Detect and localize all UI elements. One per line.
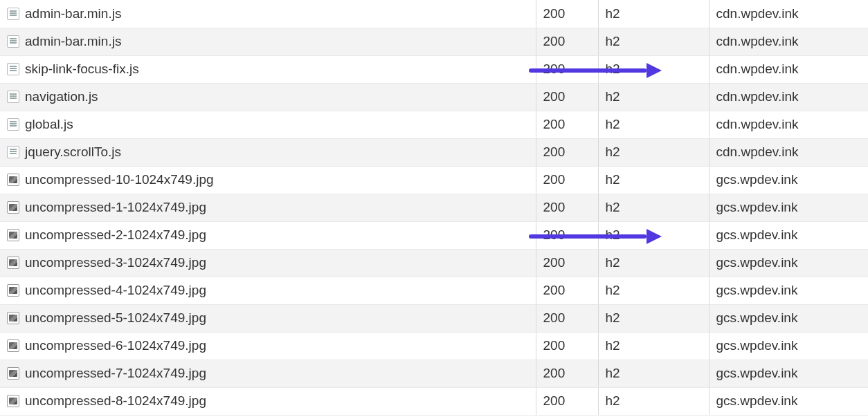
cell-domain: gcs.wpdev.ink <box>709 332 868 360</box>
file-name: uncompressed-1-1024x749.jpg <box>25 200 206 215</box>
cell-status: 200 <box>536 194 598 221</box>
cell-protocol: h2 <box>598 0 709 28</box>
table-row[interactable]: uncompressed-8-1024x749.jpg200h2gcs.wpde… <box>0 387 868 415</box>
cell-protocol: h2 <box>598 166 709 194</box>
cell-domain: cdn.wpdev.ink <box>709 55 868 83</box>
cell-name[interactable]: jquery.scrollTo.js <box>0 138 536 166</box>
cell-protocol: h2 <box>598 360 709 387</box>
cell-domain: gcs.wpdev.ink <box>709 166 868 194</box>
cell-status: 200 <box>536 83 598 111</box>
cell-name[interactable]: navigation.js <box>0 83 536 111</box>
table-row[interactable]: navigation.js200h2cdn.wpdev.ink <box>0 83 868 111</box>
cell-domain: gcs.wpdev.ink <box>709 304 868 332</box>
cell-protocol: h2 <box>598 138 709 166</box>
image-file-icon <box>7 174 19 186</box>
cell-domain: gcs.wpdev.ink <box>709 221 868 249</box>
cell-name[interactable]: uncompressed-1-1024x749.jpg <box>0 194 536 221</box>
cell-domain: gcs.wpdev.ink <box>709 249 868 277</box>
image-file-icon <box>7 395 19 407</box>
cell-protocol: h2 <box>598 277 709 304</box>
cell-domain: cdn.wpdev.ink <box>709 111 868 138</box>
cell-protocol: h2 <box>598 55 709 83</box>
cell-protocol: h2 <box>598 28 709 55</box>
cell-status: 200 <box>536 55 598 83</box>
cell-domain: cdn.wpdev.ink <box>709 138 868 166</box>
table-row[interactable]: uncompressed-2-1024x749.jpg200h2gcs.wpde… <box>0 221 868 249</box>
file-name: skip-link-focus-fix.js <box>25 62 139 77</box>
file-name: navigation.js <box>25 89 98 104</box>
cell-name[interactable]: uncompressed-5-1024x749.jpg <box>0 304 536 332</box>
cell-name[interactable]: uncompressed-7-1024x749.jpg <box>0 360 536 387</box>
cell-status: 200 <box>536 249 598 277</box>
table-row[interactable]: admin-bar.min.js200h2cdn.wpdev.ink <box>0 0 868 28</box>
cell-protocol: h2 <box>598 221 709 249</box>
script-file-icon <box>7 146 19 158</box>
cell-domain: gcs.wpdev.ink <box>709 360 868 387</box>
cell-domain: cdn.wpdev.ink <box>709 0 868 28</box>
script-file-icon <box>7 63 19 75</box>
file-name: uncompressed-10-1024x749.jpg <box>25 172 214 187</box>
cell-protocol: h2 <box>598 304 709 332</box>
file-name: jquery.scrollTo.js <box>25 145 121 160</box>
cell-domain: cdn.wpdev.ink <box>709 28 868 55</box>
cell-domain: cdn.wpdev.ink <box>709 83 868 111</box>
cell-protocol: h2 <box>598 111 709 138</box>
image-file-icon <box>7 367 19 380</box>
table-row[interactable]: admin-bar.min.js200h2cdn.wpdev.ink <box>0 28 868 55</box>
table-row[interactable]: uncompressed-7-1024x749.jpg200h2gcs.wpde… <box>0 360 868 387</box>
cell-status: 200 <box>536 332 598 360</box>
cell-name[interactable]: uncompressed-3-1024x749.jpg <box>0 249 536 277</box>
image-file-icon <box>7 339 19 352</box>
file-name: global.js <box>25 117 73 132</box>
cell-status: 200 <box>536 111 598 138</box>
table-row[interactable]: global.js200h2cdn.wpdev.ink <box>0 111 868 138</box>
cell-domain: gcs.wpdev.ink <box>709 387 868 415</box>
file-name: uncompressed-8-1024x749.jpg <box>25 393 206 409</box>
file-name: admin-bar.min.js <box>25 34 121 49</box>
cell-status: 200 <box>536 28 598 55</box>
cell-protocol: h2 <box>598 387 709 415</box>
image-file-icon <box>7 229 19 241</box>
file-name: uncompressed-5-1024x749.jpg <box>25 310 206 326</box>
image-file-icon <box>7 312 19 324</box>
cell-status: 200 <box>536 0 598 28</box>
cell-status: 200 <box>536 304 598 332</box>
cell-status: 200 <box>536 277 598 304</box>
table-row[interactable]: uncompressed-6-1024x749.jpg200h2gcs.wpde… <box>0 332 868 360</box>
cell-name[interactable]: uncompressed-8-1024x749.jpg <box>0 387 536 415</box>
cell-domain: gcs.wpdev.ink <box>709 277 868 304</box>
cell-name[interactable]: uncompressed-4-1024x749.jpg <box>0 277 536 304</box>
file-name: uncompressed-4-1024x749.jpg <box>25 283 206 298</box>
table-row[interactable]: uncompressed-5-1024x749.jpg200h2gcs.wpde… <box>0 304 868 332</box>
network-panel: admin-bar.min.js200h2cdn.wpdev.inkadmin-… <box>0 0 868 419</box>
table-row[interactable]: uncompressed-10-1024x749.jpg200h2gcs.wpd… <box>0 166 868 194</box>
cell-protocol: h2 <box>598 83 709 111</box>
image-file-icon <box>7 257 19 269</box>
cell-status: 200 <box>536 221 598 249</box>
script-file-icon <box>7 91 19 103</box>
cell-name[interactable]: uncompressed-2-1024x749.jpg <box>0 221 536 249</box>
cell-status: 200 <box>536 138 598 166</box>
cell-protocol: h2 <box>598 332 709 360</box>
cell-name[interactable]: admin-bar.min.js <box>0 0 536 28</box>
cell-protocol: h2 <box>598 194 709 221</box>
cell-name[interactable]: skip-link-focus-fix.js <box>0 55 536 83</box>
file-name: uncompressed-6-1024x749.jpg <box>25 338 206 353</box>
file-name: admin-bar.min.js <box>25 6 121 21</box>
table-row[interactable]: uncompressed-4-1024x749.jpg200h2gcs.wpde… <box>0 277 868 304</box>
file-name: uncompressed-7-1024x749.jpg <box>25 366 206 381</box>
cell-name[interactable]: uncompressed-10-1024x749.jpg <box>0 166 536 194</box>
table-row[interactable]: skip-link-focus-fix.js200h2cdn.wpdev.ink <box>0 55 868 83</box>
cell-status: 200 <box>536 166 598 194</box>
cell-name[interactable]: uncompressed-6-1024x749.jpg <box>0 332 536 360</box>
table-row[interactable]: jquery.scrollTo.js200h2cdn.wpdev.ink <box>0 138 868 166</box>
cell-name[interactable]: admin-bar.min.js <box>0 28 536 55</box>
script-file-icon <box>7 118 19 131</box>
image-file-icon <box>7 284 19 297</box>
table-row[interactable]: uncompressed-3-1024x749.jpg200h2gcs.wpde… <box>0 249 868 277</box>
table-row[interactable]: uncompressed-1-1024x749.jpg200h2gcs.wpde… <box>0 194 868 221</box>
file-name: uncompressed-2-1024x749.jpg <box>25 227 206 243</box>
cell-protocol: h2 <box>598 249 709 277</box>
image-file-icon <box>7 201 19 214</box>
cell-name[interactable]: global.js <box>0 111 536 138</box>
